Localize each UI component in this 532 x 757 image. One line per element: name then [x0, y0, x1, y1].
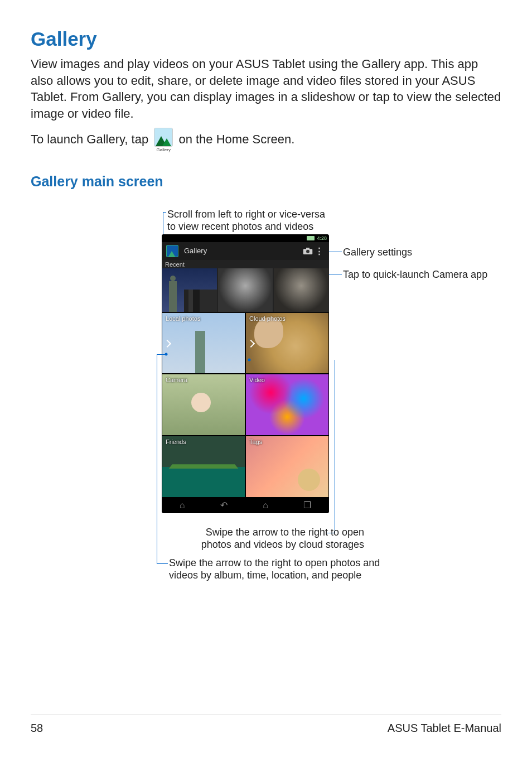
status-time: 4:28	[317, 235, 327, 241]
android-navbar: ⌂ ↶ ⌂ ❐	[162, 498, 329, 513]
tile-local-photos[interactable]: Local photos	[162, 312, 245, 374]
tile-label: Camera	[166, 377, 187, 383]
callout-line	[163, 212, 166, 213]
tablet-screenshot: 4:28 Gallery ⋮ Recent Local photos	[162, 234, 329, 513]
callout-camera: Tap to quick-launch Camera app	[343, 268, 487, 281]
gallery-icon	[154, 128, 173, 147]
camera-icon[interactable]	[302, 247, 313, 255]
intro-paragraph: View images and play videos on your ASUS…	[31, 56, 501, 122]
nav-back-icon[interactable]: ↶	[220, 500, 228, 510]
callout-dot	[165, 353, 168, 355]
gallery-icon-label: Gallery	[157, 148, 171, 152]
tile-camera[interactable]: Camera	[162, 374, 245, 436]
tile-grid: Local photos Cloud photos Camera Video F…	[162, 312, 329, 498]
callout-line	[157, 563, 168, 564]
tile-label: Video	[249, 377, 265, 383]
recent-thumb[interactable]	[274, 268, 328, 312]
recent-label: Recent	[162, 260, 329, 268]
annotated-figure: Scroll from left to right or vice-versa …	[31, 198, 501, 589]
callout-line	[335, 360, 335, 533]
tile-label: Local photos	[166, 315, 200, 322]
launch-text-before: To launch Gallery, tap	[31, 132, 148, 146]
tile-tags[interactable]: Tags	[245, 436, 329, 498]
more-icon[interactable]: ⋮	[313, 249, 325, 253]
chevron-right-icon[interactable]	[247, 339, 255, 347]
recent-thumb[interactable]	[162, 268, 217, 312]
gallery-app-icon-wrap: Gallery	[154, 128, 173, 152]
callout-settings: Gallery settings	[343, 246, 412, 259]
gallery-header-icon	[166, 245, 178, 257]
page-title: Gallery	[31, 28, 501, 50]
status-bar: 4:28	[162, 234, 329, 242]
tile-label: Cloud photos	[249, 315, 286, 322]
callout-swipe-local: Swipe the arrow to the right to open pho…	[169, 557, 392, 582]
recent-thumb[interactable]	[218, 268, 273, 312]
doc-title: ASUS Tablet E-Manual	[388, 722, 501, 735]
callout-line	[157, 354, 157, 563]
nav-home-icon[interactable]: ⌂	[263, 500, 268, 510]
section-heading: Gallery main screen	[31, 173, 501, 190]
tile-friends[interactable]: Friends	[162, 436, 245, 498]
recent-row[interactable]	[162, 268, 329, 312]
nav-tasks-icon[interactable]: ❐	[303, 500, 311, 510]
page-number: 58	[31, 722, 43, 735]
callout-swipe-cloud: Swipe the arrow to the right to open pho…	[192, 526, 364, 551]
battery-icon	[307, 236, 315, 240]
launch-paragraph: To launch Gallery, tap Gallery on the Ho…	[31, 128, 501, 152]
svg-point-2	[306, 250, 309, 253]
tile-cloud-photos[interactable]: Cloud photos	[245, 312, 329, 374]
page-footer: 58 ASUS Tablet E-Manual	[31, 715, 501, 735]
nav-recent-apps-icon[interactable]: ⌂	[180, 500, 185, 510]
gallery-header: Gallery ⋮	[162, 242, 329, 260]
callout-scroll: Scroll from left to right or vice-versa …	[167, 208, 335, 233]
tile-video[interactable]: Video	[245, 374, 329, 436]
tile-label: Friends	[166, 438, 186, 445]
svg-rect-1	[306, 248, 309, 249]
callout-dot	[248, 358, 251, 361]
tile-label: Tags	[249, 438, 262, 445]
chevron-right-icon[interactable]	[163, 339, 171, 347]
app-title: Gallery	[184, 247, 207, 255]
launch-text-after: on the Home Screen.	[178, 132, 294, 146]
